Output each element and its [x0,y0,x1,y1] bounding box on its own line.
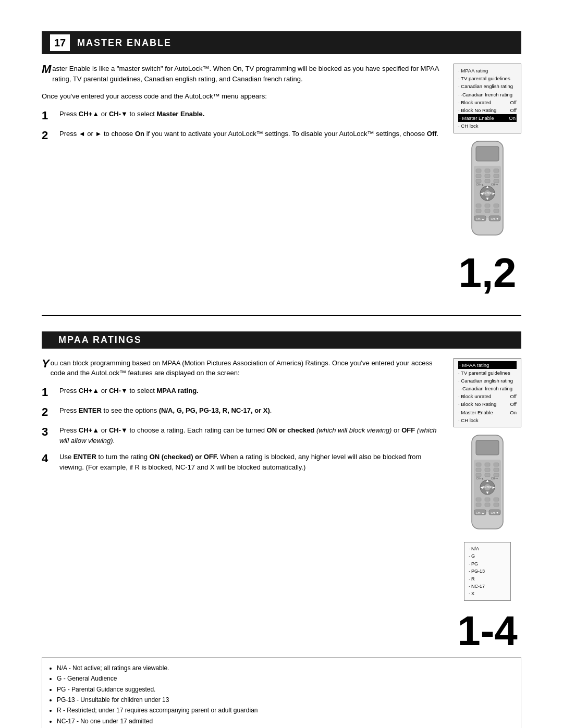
mpaa-bullets: N/A - Not active; all ratings are viewab… [42,657,521,728]
svg-rect-49 [476,473,481,477]
step-1-num: 1 [42,109,54,122]
svg-rect-50 [485,473,490,477]
menu-row: · ·Canadian french rating [458,91,517,98]
rating-g: · G [469,552,506,560]
section-number: 17 [50,34,70,51]
mpaa-main-menu-row: · CH lock [458,416,517,424]
rating-r: · R [469,575,506,583]
mpaa-ratings-header: MPAA Ratings [42,331,521,349]
mpaa-drop-cap: Y [42,358,50,369]
rating-pg13: · PG-13 [469,567,506,575]
mpaa-intro: You can block programming based on MPAA … [42,358,441,378]
svg-rect-45 [494,463,499,466]
svg-rect-22 [485,204,490,207]
mpaa-main-menu-row: · Master EnableOn [458,409,517,416]
svg-rect-44 [485,463,490,466]
svg-text:CH-▼: CH-▼ [491,511,498,514]
menu-row: · Canadian english rating [458,82,517,90]
mpaa-step-4-text: Use ENTER to turn the rating ON (checked… [59,452,441,472]
svg-text:CH+▲: CH+▲ [476,217,485,220]
menu-row: · TV parental guidelines [458,75,517,82]
svg-text:►: ► [492,485,496,490]
svg-text:CH+▲: CH+▲ [476,477,484,480]
bullet-nc17: NC-17 - No one under 17 admitted [57,716,513,726]
step-indicator: 1,2 [458,252,516,294]
svg-rect-15 [476,174,481,178]
mpaa-main-menu-row: · Block No RatingOff [458,400,517,408]
rating-pg: · PG [469,560,506,567]
step-1-text: Press CH+▲ or CH-▼ to select Master Enab… [59,109,204,119]
menu-row: · Block unratedOff [458,98,517,106]
master-enable-title: Master Enable [77,38,172,48]
step-1: 1 Press CH+▲ or CH-▼ to select Master En… [42,109,441,122]
mpaa-ratings-section: MPAA Ratings You can block programming b… [42,331,521,729]
svg-text:CH+▲: CH+▲ [476,511,485,514]
section-divider [42,315,521,316]
menu-row: · CH lock [458,122,517,130]
mpaa-step-1-num: 1 [42,386,54,399]
svg-text:CH-▼: CH-▼ [491,183,498,186]
menu-row: · MPAA rating [458,67,517,75]
svg-text:ENTER: ENTER [483,486,492,489]
svg-rect-16 [485,174,490,178]
mpaa-step-1: 1 Press CH+▲ or CH-▼ to select MPAA rati… [42,386,441,399]
rating-x: · X [469,590,506,597]
svg-rect-47 [485,468,490,472]
svg-rect-17 [494,174,499,178]
bullet-na: N/A - Not active; all ratings are viewab… [57,663,513,673]
mpaa-step-2: 2 Press ENTER to see the options (N/A, G… [42,405,441,419]
master-enable-intro: Master Enable is like a "master switch" … [42,64,441,84]
svg-rect-24 [476,209,481,213]
mpaa-step-3: 3 Press CH+▲ or CH-▼ to choose a rating.… [42,425,441,446]
svg-rect-13 [485,169,490,172]
mpaa-visual: · MPAA rating · TV parental guidelines ·… [454,358,521,652]
svg-text:▲: ▲ [485,184,489,189]
svg-rect-19 [485,179,490,183]
mpaa-step-indicator: 1-4 [457,610,518,652]
mpaa-main-menu-row: · TV parental guidelines [458,369,517,377]
access-note: Once you've entered your access code and… [42,91,441,102]
mpaa-ratings-title: MPAA Ratings [50,335,142,346]
step-2: 2 Press ◄ or ► to choose On if you want … [42,129,441,142]
svg-text:▼: ▼ [485,196,489,201]
mpaa-main-menu-row: · Block unratedOff [458,392,517,400]
mpaa-remote-control: ▲ ▼ ◄ ► ENTER CH+▲ CH-▼ [467,433,508,537]
svg-rect-52 [476,498,481,501]
svg-text:ENTER: ENTER [483,192,492,195]
svg-text:▲: ▲ [485,478,489,483]
mpaa-steps: 1 Press CH+▲ or CH-▼ to select MPAA rati… [42,386,441,473]
svg-rect-21 [476,204,481,207]
mpaa-step-2-num: 2 [42,405,54,419]
mpaa-main-menu-row-1: · MPAA rating [458,361,517,369]
master-enable-text: Master Enable is like a "master switch" … [42,64,441,149]
svg-rect-46 [476,468,481,472]
mpaa-main-menu-row: · ·Canadian french rating [458,385,517,392]
drop-cap: M [42,64,51,75]
svg-rect-14 [494,169,499,172]
mpaa-step-4-num: 4 [42,452,54,465]
svg-text:CH-▼: CH-▼ [491,217,498,220]
svg-rect-43 [476,463,481,466]
bullet-pg: PG - Parental Guidance suggested. [57,684,513,695]
svg-rect-20 [494,179,499,183]
svg-rect-53 [485,498,490,501]
bullet-r: R - Restricted; under 17 requires accomp… [57,705,513,715]
step-2-num: 2 [42,129,54,142]
master-enable-menu: · MPAA rating · TV parental guidelines ·… [454,64,521,133]
svg-rect-12 [476,169,481,172]
svg-rect-25 [485,209,490,213]
mpaa-step-1-text: Press CH+▲ or CH-▼ to select MPAA rating… [59,386,199,396]
mpaa-step-2-text: Press ENTER to see the options (N/A, G, … [59,405,272,416]
svg-rect-23 [494,204,499,207]
svg-rect-55 [476,503,481,507]
svg-text:▼: ▼ [485,490,489,495]
mpaa-step-3-num: 3 [42,425,54,439]
mpaa-sub-menu: · N/A · G · PG · PG-13 · R · NC-17 · X [464,542,511,601]
rating-na: · N/A [469,545,506,552]
menu-row-highlighted: · Master EnableOn [458,114,517,122]
svg-text:CH-▼: CH-▼ [491,477,498,480]
master-enable-section: 17 Master Enable Master Enable is like a… [42,31,521,294]
svg-rect-1 [476,146,499,161]
master-enable-content: Master Enable is like a "master switch" … [42,64,521,294]
step-2-text: Press ◄ or ► to choose On if you want to… [59,129,438,139]
